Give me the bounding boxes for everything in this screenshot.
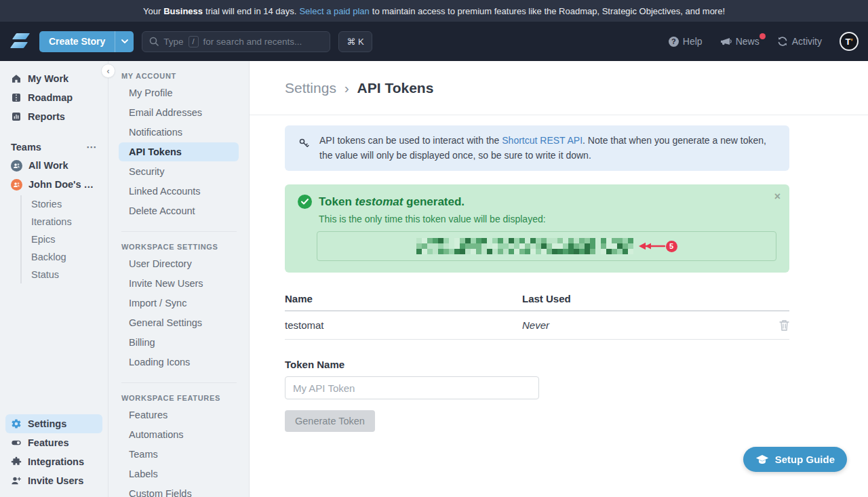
shortcut-rest-api-link[interactable]: Shortcut REST API [502,135,583,146]
settings-nav-general-settings[interactable]: General Settings [119,313,239,332]
sidebar-collapse-button[interactable]: ‹ [101,64,115,78]
sidebar-item-integrations[interactable]: Integrations [5,452,102,471]
sidebar-item-settings[interactable]: Settings [5,414,102,433]
megaphone-icon [720,37,732,47]
settings-nav-loading-icons[interactable]: Loading Icons [119,353,239,372]
banner-text-mid: trial will end in 14 days. [205,6,296,16]
main-content: Settings › API Tokens API tokens can be … [250,61,868,497]
token-value-box: 5 [317,231,776,261]
settings-nav-automations[interactable]: Automations [119,425,239,444]
settings-nav-email-addresses[interactable]: Email Addresses [119,103,239,122]
activity-button[interactable]: Activity [777,36,822,47]
sidebar-item-roadmap[interactable]: Roadmap [5,88,102,107]
shortcut-logo[interactable] [9,31,31,52]
avatar-accent: ' [850,37,852,47]
settings-nav-linked-accounts[interactable]: Linked Accounts [119,182,239,201]
news-label: News [736,36,760,47]
sidebar-item-label: My Work [28,73,68,85]
news-notification-dot [760,33,766,39]
settings-nav-invite-new-users[interactable]: Invite New Users [119,274,239,293]
key-icon [298,138,310,149]
news-button[interactable]: News [720,36,760,47]
search-placeholder: for search and recents... [203,37,302,47]
sidebar-item-john-does-team[interactable]: John Doe's Te... [5,175,102,194]
sidebar-item-my-work[interactable]: My Work [5,69,102,88]
create-story-dropdown[interactable] [115,31,134,52]
sidebar-item-backlog[interactable]: Backlog [30,248,102,266]
home-icon [11,73,22,84]
sidebar-item-features[interactable]: Features [5,433,102,452]
sidebar-item-epics[interactable]: Epics [30,231,102,248]
cmd-k-shortcut-badge[interactable]: ⌘ K [338,31,372,52]
generate-token-button[interactable]: Generate Token [285,410,375,432]
settings-nav-features[interactable]: Features [119,405,239,424]
bar-chart-icon [11,111,22,122]
annotation-arrow: 5 [637,241,677,252]
token-name-label: Token Name [285,359,789,370]
banner-text-prefix: Your [143,6,161,16]
select-paid-plan-link[interactable]: Select a paid plan [299,6,369,16]
team-avatar-icon [11,179,22,191]
teams-menu-button[interactable]: ⋯ [86,141,97,153]
divider [121,231,237,232]
sidebar-item-status[interactable]: Status [30,266,102,283]
puzzle-icon [11,456,22,467]
token-name-input[interactable] [285,376,539,399]
settings-nav-my-profile[interactable]: My Profile [119,83,239,102]
settings-nav-security[interactable]: Security [119,162,239,181]
tokens-table: Name Last Used testomat Never [285,287,789,340]
sidebar-item-label: Reports [28,111,65,123]
settings-nav-billing[interactable]: Billing [119,333,239,352]
sidebar-item-label: Settings [28,418,66,430]
check-circle-icon [298,195,312,209]
teams-section-title: Teams [11,142,41,153]
settings-nav-user-directory[interactable]: User Directory [119,254,239,273]
slash-key-hint: / [189,36,199,47]
settings-nav-import-sync[interactable]: Import / Sync [119,294,239,313]
breadcrumb-settings[interactable]: Settings [285,80,336,96]
success-subtitle: This is the only time this token value w… [319,214,776,224]
sidebar-item-label: All Work [28,159,68,172]
help-button[interactable]: ? Help [669,36,703,47]
activity-label: Activity [792,36,822,47]
red-arrow-icon [637,241,666,251]
search-input[interactable]: Type / for search and recents... [142,31,330,52]
setup-guide-label: Setup Guide [775,454,835,465]
roadmap-icon [11,92,22,103]
settings-nav-teams[interactable]: Teams [119,445,239,464]
breadcrumb-separator: › [344,80,349,96]
top-navbar: Create Story Type / for search and recen… [0,22,868,61]
info-text-before: API tokens can be used to interact with … [319,135,502,146]
settings-nav-delete-account[interactable]: Delete Account [119,201,239,220]
setup-guide-button[interactable]: Setup Guide [743,447,847,472]
sidebar-item-all-work[interactable]: All Work [5,156,102,175]
main-sidebar: My Work Roadmap Reports Teams ⋯ All Work… [0,61,108,497]
trial-banner: Your Business trial will end in 14 days.… [0,0,868,22]
redacted-token-mosaic [416,238,633,254]
create-story-label[interactable]: Create Story [39,31,115,52]
table-header-row: Name Last Used [285,287,789,311]
annotation-badge: 5 [666,241,677,252]
workspace-avatar[interactable]: T' [840,32,859,51]
settings-nav-labels[interactable]: Labels [119,464,239,483]
sidebar-item-invite-users[interactable]: Invite Users [5,471,102,490]
sidebar-item-stories[interactable]: Stories [30,195,102,213]
help-label: Help [683,36,703,47]
settings-nav-api-tokens[interactable]: API Tokens [119,142,239,161]
sidebar-item-label: Roadmap [28,92,73,104]
create-story-button[interactable]: Create Story [39,31,134,52]
avatar-initial: T [845,37,850,47]
toggle-icon [11,437,22,448]
page-title: API Tokens [357,80,434,96]
team-subnav: Stories Iterations Epics Backlog Status [20,195,102,283]
banner-text-suffix: to maintain access to premium features l… [372,6,725,16]
column-header-last-used: Last Used [522,293,789,304]
table-row: testomat Never [285,311,789,340]
section-title-my-account: MY ACCOUNT [108,72,249,83]
close-icon[interactable]: × [774,191,781,202]
sidebar-item-iterations[interactable]: Iterations [30,213,102,231]
delete-token-button[interactable] [779,319,789,331]
sidebar-item-reports[interactable]: Reports [5,107,102,126]
settings-nav-custom-fields[interactable]: Custom Fields [119,484,239,497]
settings-nav-notifications[interactable]: Notifications [119,123,239,142]
